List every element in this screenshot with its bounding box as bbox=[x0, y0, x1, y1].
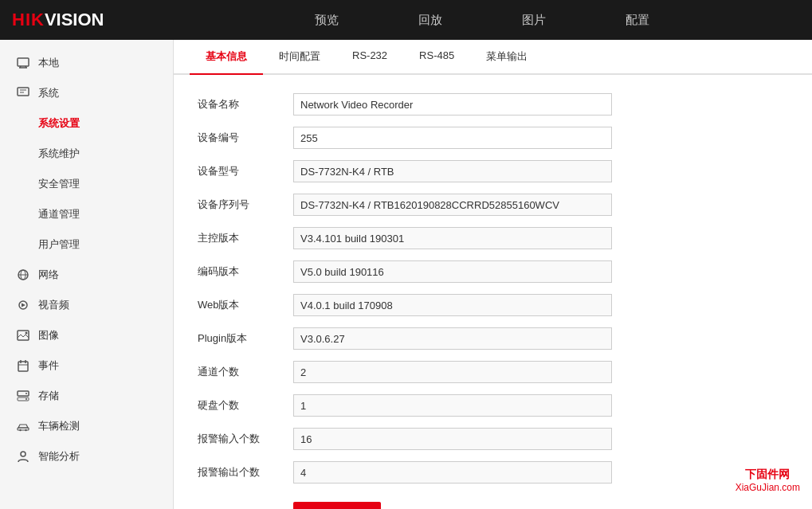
ai-icon bbox=[16, 449, 30, 464]
field-row-device-id: 设备编号 bbox=[198, 124, 788, 151]
label-device-id: 设备编号 bbox=[198, 131, 293, 145]
watermark-line2: XiaGuJian.com bbox=[736, 482, 800, 493]
input-alarm-input bbox=[293, 428, 612, 450]
sidebar-item-system[interactable]: 系统 bbox=[0, 78, 173, 108]
topnav-picture[interactable]: 图片 bbox=[514, 9, 554, 32]
system-icon bbox=[16, 86, 30, 100]
input-channel-count bbox=[293, 361, 612, 383]
label-alarm-input: 报警输入个数 bbox=[198, 432, 293, 446]
label-serial-number: 设备序列号 bbox=[198, 198, 293, 212]
svg-rect-0 bbox=[18, 58, 29, 66]
input-plugin-version bbox=[293, 327, 612, 350]
sidebar-label-local: 本地 bbox=[38, 56, 59, 70]
sidebar-label-image: 图像 bbox=[38, 328, 59, 343]
field-row-device-name: 设备名称 bbox=[198, 91, 788, 118]
sidebar-label-av: 视音频 bbox=[38, 298, 69, 312]
svg-point-21 bbox=[25, 398, 27, 400]
input-device-name[interactable] bbox=[293, 93, 612, 116]
sidebar-item-vehicle[interactable]: 车辆检测 bbox=[0, 411, 173, 441]
sidebar-item-user[interactable]: 用户管理 bbox=[0, 229, 173, 260]
sidebar-item-local[interactable]: 本地 bbox=[0, 48, 173, 78]
sidebar-item-event[interactable]: 事件 bbox=[0, 350, 173, 381]
label-device-model: 设备型号 bbox=[198, 164, 293, 178]
input-encode-version bbox=[293, 260, 612, 283]
field-row-main-version: 主控版本 bbox=[198, 225, 788, 252]
sidebar-item-image[interactable]: 图像 bbox=[0, 320, 173, 350]
security-icon bbox=[16, 177, 30, 191]
event-icon bbox=[16, 358, 30, 373]
label-main-version: 主控版本 bbox=[198, 231, 293, 245]
storage-icon bbox=[16, 389, 30, 403]
content-area: 基本信息 时间配置 RS-232 RS-485 菜单输出 设备名称 设备编号 设… bbox=[174, 40, 812, 509]
field-row-alarm-input: 报警输入个数 bbox=[198, 425, 788, 452]
label-device-name: 设备名称 bbox=[198, 97, 293, 112]
sidebar-item-storage[interactable]: 存储 bbox=[0, 381, 173, 411]
input-main-version bbox=[293, 227, 612, 249]
maintenance-icon bbox=[16, 147, 30, 161]
topnav-config[interactable]: 配置 bbox=[618, 9, 657, 32]
svg-rect-22 bbox=[18, 428, 29, 430]
user-icon bbox=[16, 237, 30, 252]
sidebar-item-system-settings[interactable]: 系统设置 bbox=[0, 108, 173, 139]
svg-point-23 bbox=[19, 429, 21, 431]
label-encode-version: 编码版本 bbox=[198, 264, 293, 279]
svg-point-13 bbox=[25, 332, 28, 335]
logo: HIKVISION bbox=[12, 10, 104, 30]
sidebar-label-event: 事件 bbox=[38, 358, 59, 373]
tab-rs485[interactable]: RS-485 bbox=[403, 40, 470, 75]
tab-time-config[interactable]: 时间配置 bbox=[263, 40, 336, 75]
svg-point-25 bbox=[21, 452, 25, 456]
tab-rs232[interactable]: RS-232 bbox=[336, 40, 403, 75]
basic-info-form: 设备名称 设备编号 设备型号 设备序列号 主控版本 bbox=[174, 75, 812, 509]
svg-marker-11 bbox=[22, 303, 25, 307]
av-icon bbox=[16, 298, 30, 312]
tab-menu-output[interactable]: 菜单输出 bbox=[470, 40, 543, 75]
logo-hik: HIK bbox=[12, 10, 45, 30]
sidebar-item-network[interactable]: 网络 bbox=[0, 260, 173, 290]
label-channel-count: 通道个数 bbox=[198, 365, 293, 379]
sidebar-label-channel: 通道管理 bbox=[38, 207, 80, 221]
main-layout: 本地 系统 系统设置 系统维护 安全管理 bbox=[0, 40, 812, 509]
field-row-device-model: 设备型号 bbox=[198, 158, 788, 185]
field-row-encode-version: 编码版本 bbox=[198, 258, 788, 285]
sidebar-label-system: 系统 bbox=[38, 86, 59, 100]
logo-vision: VISION bbox=[45, 10, 104, 30]
svg-point-20 bbox=[25, 393, 27, 394]
field-row-serial-number: 设备序列号 bbox=[198, 191, 788, 218]
input-device-id[interactable] bbox=[293, 127, 612, 149]
field-row-hdd-count: 硬盘个数 bbox=[198, 392, 788, 419]
sidebar-label-maintenance: 系统维护 bbox=[38, 147, 80, 161]
monitor-icon bbox=[16, 56, 30, 70]
sidebar-label-user: 用户管理 bbox=[38, 237, 80, 252]
sidebar-item-ai[interactable]: 智能分析 bbox=[0, 441, 173, 472]
channel-icon bbox=[16, 207, 30, 221]
tab-bar: 基本信息 时间配置 RS-232 RS-485 菜单输出 bbox=[174, 40, 812, 75]
sidebar-item-channel[interactable]: 通道管理 bbox=[0, 199, 173, 229]
watermark: 下固件网 XiaGuJian.com bbox=[736, 468, 800, 493]
system-settings-icon bbox=[16, 116, 30, 131]
svg-rect-14 bbox=[18, 362, 28, 371]
sidebar-label-vehicle: 车辆检测 bbox=[38, 419, 80, 433]
tab-basic-info[interactable]: 基本信息 bbox=[190, 40, 263, 75]
sidebar-item-security[interactable]: 安全管理 bbox=[0, 169, 173, 199]
label-web-version: Web版本 bbox=[198, 298, 293, 312]
label-hdd-count: 硬盘个数 bbox=[198, 398, 293, 413]
topnav-preview[interactable]: 预览 bbox=[307, 9, 347, 32]
input-device-model bbox=[293, 160, 612, 182]
svg-rect-12 bbox=[18, 331, 29, 340]
label-alarm-output: 报警输出个数 bbox=[198, 465, 293, 480]
sidebar-item-av[interactable]: 视音频 bbox=[0, 290, 173, 320]
sidebar: 本地 系统 系统设置 系统维护 安全管理 bbox=[0, 40, 174, 509]
field-row-alarm-output: 报警输出个数 bbox=[198, 459, 788, 486]
top-navigation: 预览 回放 图片 配置 bbox=[151, 9, 812, 32]
sidebar-item-maintenance[interactable]: 系统维护 bbox=[0, 139, 173, 169]
field-row-plugin-version: Plugin版本 bbox=[198, 325, 788, 352]
label-plugin-version: Plugin版本 bbox=[198, 331, 293, 346]
svg-point-24 bbox=[25, 429, 26, 431]
sidebar-label-storage: 存储 bbox=[38, 389, 59, 403]
vehicle-icon bbox=[16, 419, 30, 433]
input-hdd-count bbox=[293, 394, 612, 417]
save-button[interactable]: 保存 bbox=[293, 502, 381, 509]
watermark-line1: 下固件网 bbox=[736, 468, 800, 482]
topnav-playback[interactable]: 回放 bbox=[410, 9, 450, 32]
